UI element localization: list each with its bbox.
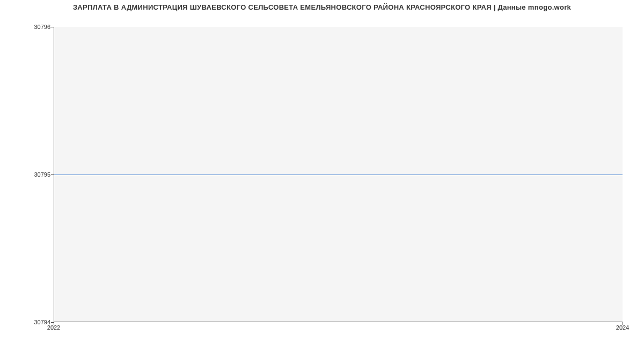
series-line [54, 174, 623, 175]
x-tick-mark [54, 322, 54, 325]
y-tick-label: 30795 [34, 171, 50, 178]
x-tick-mark [623, 322, 623, 325]
plot-area [54, 27, 623, 322]
x-tick-label: 2024 [616, 324, 629, 331]
chart-container: ЗАРПЛАТА В АДМИНИСТРАЦИЯ ШУВАЕВСКОГО СЕЛ… [0, 0, 644, 349]
x-tick-label: 2022 [47, 324, 60, 331]
y-tick-label: 30796 [34, 24, 50, 30]
chart-title: ЗАРПЛАТА В АДМИНИСТРАЦИЯ ШУВАЕВСКОГО СЕЛ… [0, 3, 644, 11]
